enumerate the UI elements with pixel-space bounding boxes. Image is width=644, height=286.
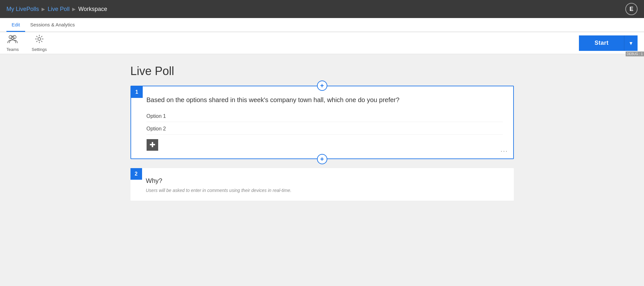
question-2-body: Why? Users will be asked to enter in com…	[141, 177, 504, 193]
avatar[interactable]: E	[625, 3, 638, 15]
question-2-text[interactable]: Why?	[146, 177, 504, 185]
option-2[interactable]: Option 2	[147, 123, 503, 135]
tab-sessions-analytics[interactable]: Sessions & Analytics	[25, 18, 80, 32]
toolbar-settings[interactable]: Settings	[32, 34, 47, 52]
add-question-below-button[interactable]: +	[317, 154, 327, 164]
tab-edit[interactable]: Edit	[6, 18, 25, 32]
debug-badge: DEBUG : 1	[626, 52, 644, 56]
breadcrumb-current: Workspace	[78, 6, 107, 13]
breadcrumb-root[interactable]: My LivePolls	[6, 6, 39, 13]
toolbar-right: Start ▾	[579, 35, 638, 51]
add-option-icon: ✚	[149, 141, 155, 149]
toolbar-teams[interactable]: Teams	[6, 34, 19, 52]
start-dropdown-button[interactable]: ▾	[624, 35, 638, 51]
breadcrumb-sep2: ▶	[72, 6, 76, 12]
option-1[interactable]: Option 1	[147, 111, 503, 122]
more-menu-button[interactable]: ···	[501, 147, 508, 155]
settings-label: Settings	[32, 47, 47, 52]
add-question-above-button[interactable]: +	[317, 81, 327, 91]
breadcrumb: My LivePolls ▶ Live Poll ▶ Workspace	[6, 6, 107, 13]
add-option-button[interactable]: ✚	[147, 139, 158, 151]
svg-point-0	[9, 35, 12, 39]
plus-icon-bottom: +	[320, 156, 324, 163]
main-content: Live Poll + 1 Based on the options share…	[105, 54, 540, 286]
start-button[interactable]: Start	[579, 35, 624, 51]
chevron-down-icon: ▾	[630, 40, 632, 47]
question-1-body: Based on the options shared in this week…	[141, 95, 503, 151]
teams-label: Teams	[6, 47, 19, 52]
svg-point-3	[38, 37, 41, 40]
question-1-wrapper: + 1 Based on the options shared in this …	[130, 86, 514, 159]
toolbar: Teams Settings Start ▾	[0, 32, 644, 54]
question-card-1: 1 Based on the options shared in this we…	[130, 86, 514, 159]
breadcrumb-middle[interactable]: Live Poll	[48, 6, 70, 13]
breadcrumb-sep1: ▶	[42, 6, 45, 12]
question-1-number: 1	[131, 86, 143, 98]
svg-point-2	[11, 36, 14, 39]
question-2-number: 2	[130, 168, 142, 180]
header: My LivePolls ▶ Live Poll ▶ Workspace E	[0, 0, 644, 18]
tab-bar: Edit Sessions & Analytics	[0, 18, 644, 32]
toolbar-left: Teams Settings	[6, 34, 47, 52]
svg-point-1	[13, 35, 16, 39]
question-2-subtitle: Users will be asked to enter in comments…	[146, 188, 504, 193]
teams-icon	[7, 34, 18, 46]
settings-icon	[35, 34, 44, 46]
question-1-text[interactable]: Based on the options shared in this week…	[147, 95, 503, 104]
plus-icon-top: +	[320, 82, 324, 90]
question-card-2: 2 Why? Users will be asked to enter in c…	[130, 168, 514, 201]
